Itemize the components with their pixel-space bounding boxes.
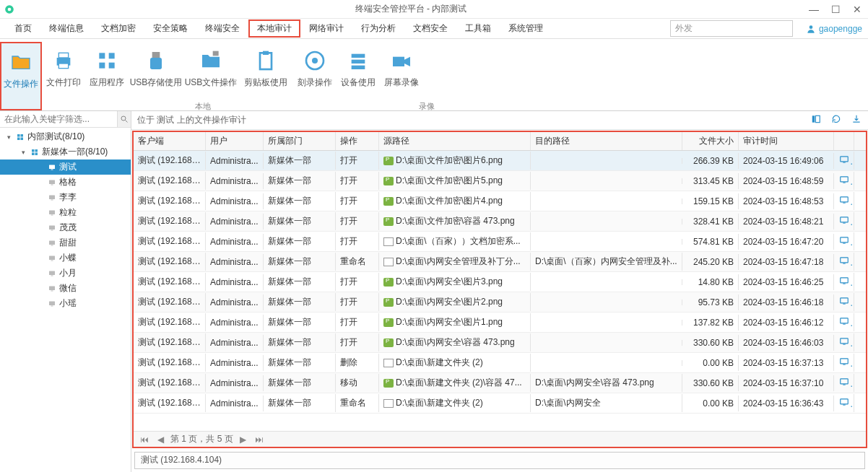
maximize-button[interactable]: ☐: [825, 4, 846, 15]
row-detail-button[interactable]: [834, 273, 854, 291]
pager-last[interactable]: ⏭: [253, 434, 266, 445]
col-user[interactable]: 用户: [206, 132, 264, 150]
svg-rect-45: [49, 271, 55, 275]
row-detail-button[interactable]: [834, 212, 854, 230]
row-detail-button[interactable]: [834, 354, 854, 372]
table-row[interactable]: 测试 (192.168.4...Administra...新媒体一部重命名D:\…: [134, 393, 866, 414]
menu-首页[interactable]: 首页: [6, 19, 40, 38]
row-detail-button[interactable]: [834, 333, 854, 351]
table-row[interactable]: 测试 (192.168.4...Administra...新媒体一部删除D:\桌…: [134, 353, 866, 373]
svg-rect-69: [841, 318, 849, 323]
close-button[interactable]: ✕: [846, 4, 868, 15]
tree-org-node[interactable]: ▾新媒体一部(8/10): [0, 144, 131, 159]
tool-device[interactable]: 设备使用: [337, 42, 380, 110]
tree-client-node[interactable]: 粒粒: [0, 205, 131, 220]
svg-rect-68: [843, 304, 846, 305]
svg-rect-14: [263, 51, 269, 55]
svg-point-2: [810, 25, 813, 29]
tool-folder[interactable]: 文件操作: [0, 42, 42, 110]
col-op[interactable]: 操作: [336, 132, 379, 150]
col-src[interactable]: 源路径: [379, 132, 531, 150]
tree-client-node[interactable]: 小瑶: [0, 296, 131, 311]
col-dept[interactable]: 所属部门: [264, 132, 336, 150]
menu-本地审计[interactable]: 本地审计: [248, 19, 300, 38]
table-row[interactable]: 测试 (192.168.4...Administra...新媒体一部打开D:\桌…: [134, 313, 866, 333]
row-detail-button[interactable]: [834, 293, 854, 311]
menu-终端安全[interactable]: 终端安全: [196, 19, 248, 38]
table-row[interactable]: 测试 (192.168.4...Administra...新媒体一部打开D:\桌…: [134, 333, 866, 353]
monitor-icon: [46, 299, 58, 309]
col-time[interactable]: 审计时间: [739, 132, 834, 150]
tree-client-node[interactable]: 茂茂: [0, 220, 131, 235]
row-detail-button[interactable]: [834, 394, 854, 412]
svg-rect-40: [51, 230, 53, 230]
col-size[interactable]: 文件大小: [682, 132, 739, 150]
table-row[interactable]: 测试 (192.168.4...Administra...新媒体一部打开D:\桌…: [134, 191, 866, 211]
row-detail-button[interactable]: [834, 172, 854, 190]
table-row[interactable]: 测试 (192.168.4...Administra...新媒体一部重命名D:\…: [134, 252, 866, 272]
minimize-button[interactable]: —: [803, 4, 825, 15]
table-row[interactable]: 测试 (192.168.4...Administra...新媒体一部打开D:\桌…: [134, 232, 866, 252]
tool-clipboard[interactable]: 剪贴板使用: [238, 42, 293, 110]
tool-usb-file[interactable]: USB文件操作: [183, 42, 238, 110]
current-user[interactable]: gaopengge: [806, 24, 862, 34]
menu-安全策略[interactable]: 安全策略: [144, 19, 196, 38]
tool-disc[interactable]: 刻录操作: [293, 42, 337, 110]
tool-printer[interactable]: 文件打印: [42, 42, 85, 110]
table-row[interactable]: 测试 (192.168.4...Administra...新媒体一部打开D:\桌…: [134, 272, 866, 292]
table-row[interactable]: 测试 (192.168.4...Administra...新媒体一部打开D:\桌…: [134, 151, 866, 171]
menu-文档加密[interactable]: 文档加密: [92, 19, 144, 38]
svg-rect-66: [843, 284, 846, 284]
image-file-icon: [383, 278, 394, 287]
refresh-button[interactable]: [830, 114, 842, 126]
svg-rect-32: [51, 169, 53, 170]
svg-rect-13: [260, 53, 272, 69]
tree-client-node[interactable]: 小蝶: [0, 250, 131, 266]
svg-line-22: [126, 121, 128, 123]
tool-apps[interactable]: 应用程序: [85, 42, 129, 110]
image-file-icon: [383, 197, 394, 206]
table-row[interactable]: 测试 (192.168.4...Administra...新媒体一部打开D:\桌…: [134, 211, 866, 232]
menu-行为分析[interactable]: 行为分析: [352, 19, 404, 38]
table-row[interactable]: 测试 (192.168.4...Administra...新媒体一部打开D:\桌…: [134, 292, 866, 313]
svg-rect-17: [352, 54, 365, 58]
row-detail-button[interactable]: [834, 253, 854, 271]
pager-first[interactable]: ⏮: [138, 434, 151, 445]
row-detail-button[interactable]: [834, 232, 854, 250]
file-icon: [383, 258, 394, 266]
global-search-input[interactable]: 外发: [670, 20, 793, 37]
col-client[interactable]: 客户端: [134, 132, 206, 150]
row-detail-button[interactable]: [834, 152, 854, 170]
tree-client-node[interactable]: 甜甜: [0, 235, 131, 250]
tool-usb[interactable]: USB存储使用: [129, 42, 183, 110]
tree-client-node[interactable]: 李李: [0, 190, 131, 205]
tree-client-node[interactable]: 小月: [0, 266, 131, 281]
ribbon-group-local: 本地: [195, 101, 211, 112]
row-detail-button[interactable]: [834, 313, 854, 331]
svg-rect-73: [841, 359, 849, 364]
col-dst[interactable]: 目的路径: [531, 132, 682, 150]
row-detail-button[interactable]: [834, 192, 854, 210]
svg-rect-52: [815, 115, 820, 122]
content-pane: 位于 测试 上的文件操作审计 客户端 用户 所属部门 操作 源路径 目的路径 文…: [131, 111, 868, 472]
tree-client-node[interactable]: 测试: [0, 159, 131, 175]
tree-client-node[interactable]: 微信: [0, 281, 131, 296]
table-row[interactable]: 测试 (192.168.4...Administra...新媒体一部移动D:\桌…: [134, 373, 866, 393]
table-row[interactable]: 测试 (192.168.4...Administra...新媒体一部打开D:\桌…: [134, 171, 866, 191]
menu-网络审计[interactable]: 网络审计: [300, 19, 352, 38]
pager-prev[interactable]: ◀: [155, 434, 166, 445]
menu-终端信息[interactable]: 终端信息: [40, 19, 92, 38]
svg-rect-74: [843, 364, 846, 365]
menu-系统管理[interactable]: 系统管理: [500, 19, 552, 38]
pager-next[interactable]: ▶: [238, 434, 248, 445]
titlebar: 终端安全管控平台 - 内部测试 — ☐ ✕: [0, 0, 868, 19]
row-detail-button[interactable]: [834, 374, 854, 392]
tree-org-node[interactable]: ▾内部测试(8/10): [0, 129, 131, 144]
export-button[interactable]: [851, 114, 862, 126]
menu-工具箱[interactable]: 工具箱: [456, 19, 500, 38]
columns-button[interactable]: [810, 114, 822, 126]
menu-文档安全[interactable]: 文档安全: [404, 19, 456, 38]
svg-rect-12: [213, 51, 219, 56]
tree-client-node[interactable]: 格格: [0, 175, 131, 190]
tool-camera[interactable]: 屏幕录像: [380, 42, 423, 110]
